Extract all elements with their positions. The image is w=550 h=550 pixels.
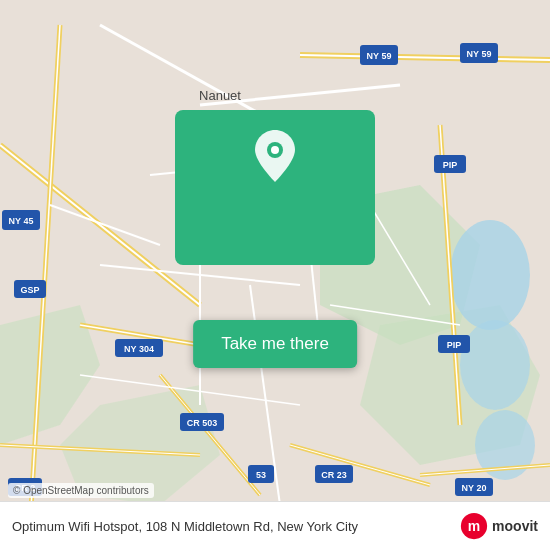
green-card: Take me there [175, 110, 375, 265]
take-me-there-button[interactable]: Take me there [193, 320, 357, 368]
map-container: NY 45 NY 59 NY 59 GSP PIP PIP NY 304 CR … [0, 0, 550, 550]
location-text: Optimum Wifi Hotspot, 108 N Middletown R… [12, 519, 460, 534]
svg-text:PIP: PIP [443, 160, 458, 170]
moovit-brand-name: moovit [492, 518, 538, 534]
svg-text:NY 20: NY 20 [462, 483, 487, 493]
svg-text:CR 503: CR 503 [187, 418, 218, 428]
info-bar: Optimum Wifi Hotspot, 108 N Middletown R… [0, 501, 550, 550]
svg-point-5 [450, 220, 530, 330]
osm-attribution: © OpenStreetMap contributors [8, 483, 154, 498]
moovit-logo: m moovit [460, 512, 538, 540]
svg-text:NY 45: NY 45 [9, 216, 34, 226]
svg-text:CR 23: CR 23 [321, 470, 347, 480]
svg-text:NY 304: NY 304 [124, 344, 154, 354]
svg-text:NY 59: NY 59 [367, 51, 392, 61]
svg-point-6 [460, 320, 530, 410]
svg-text:GSP: GSP [20, 285, 39, 295]
osm-text: © OpenStreetMap contributors [13, 485, 149, 496]
svg-text:53: 53 [256, 470, 266, 480]
svg-text:NY 59: NY 59 [467, 49, 492, 59]
moovit-logo-icon: m [460, 512, 488, 540]
svg-text:Nanuet: Nanuet [199, 88, 241, 103]
map-pin [251, 128, 299, 190]
svg-text:m: m [468, 518, 480, 534]
svg-text:PIP: PIP [447, 340, 462, 350]
svg-point-63 [271, 146, 279, 154]
